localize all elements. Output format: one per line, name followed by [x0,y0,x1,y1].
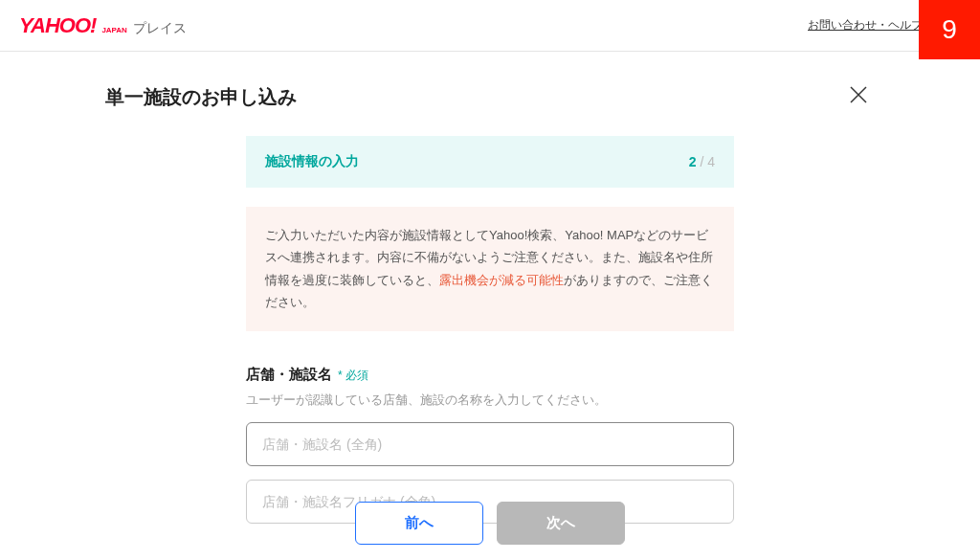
logo-yahoo: YAHOO! [19,13,96,38]
step-count: 2 / 4 [689,154,715,169]
notice-box: ご入力いただいた内容が施設情報としてYahoo!検索、Yahoo! MAPなどの… [246,207,734,331]
title-row: 単一施設のお申し込み [105,80,875,113]
main-content: 単一施設のお申し込み 施設情報の入力 2 / 4 ご入力いただいた内容が施設情報… [0,52,980,560]
field-label-name: 店舗・施設名 [246,366,332,384]
logo-sub: プレイス [133,20,187,37]
next-button[interactable]: 次へ [497,502,625,545]
prev-button[interactable]: 前へ [355,502,483,545]
facility-name-input[interactable] [246,422,734,466]
field-desc-name: ユーザーが認識している店舗、施設の名称を入力してください。 [246,392,734,409]
top-bar: YAHOO! JAPAN プレイス お問い合わせ・ヘルプ ロ [0,0,980,52]
step-label: 施設情報の入力 [265,153,359,170]
notification-badge: 9 [919,0,980,59]
logo[interactable]: YAHOO! JAPAN プレイス [19,13,187,38]
close-icon[interactable] [842,80,875,113]
logo-japan: JAPAN [101,26,127,34]
step-indicator: 施設情報の入力 2 / 4 [246,136,734,188]
nav-buttons: 前へ 次へ [0,502,980,545]
help-link[interactable]: お問い合わせ・ヘルプ [808,17,923,34]
notice-warning: 露出機会が減る可能性 [439,273,564,287]
page-title: 単一施設のお申し込み [105,84,297,110]
form-column: 施設情報の入力 2 / 4 ご入力いただいた内容が施設情報としてYahoo!検索… [246,136,734,560]
required-tag: 必須 [338,368,368,384]
